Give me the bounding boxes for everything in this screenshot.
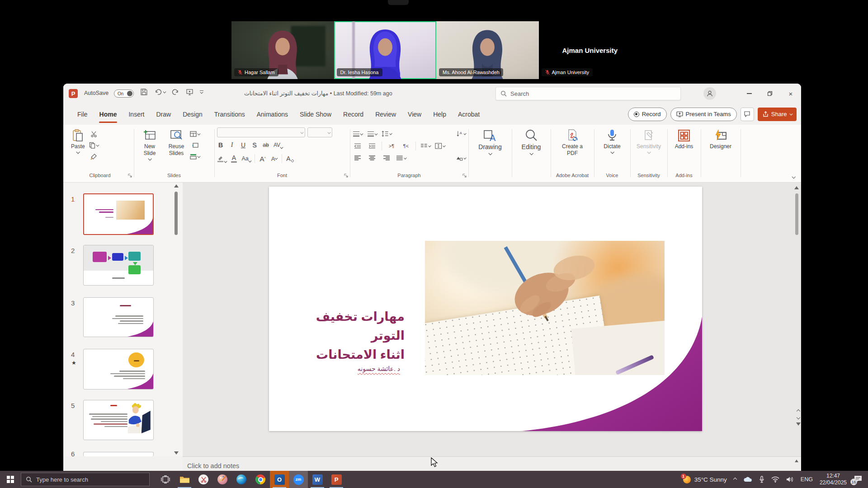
tab-acrobat[interactable]: Acrobat	[452, 103, 486, 125]
reset-slide-button[interactable]	[190, 141, 200, 150]
slide-thumbnail-4[interactable]	[83, 349, 154, 389]
comments-button[interactable]	[741, 108, 754, 121]
restore-button[interactable]	[760, 84, 780, 103]
microphone-tray-icon[interactable]	[759, 476, 764, 483]
account-avatar[interactable]	[703, 87, 716, 100]
tab-transitions[interactable]: Transitions	[208, 103, 251, 125]
video-tile-iesha-active-speaker[interactable]: Dr. Iesha Hasona	[334, 21, 437, 79]
file-explorer-button[interactable]	[175, 471, 194, 488]
slide-canvas[interactable]: مهارات تخفيف التوتر اثناء الامتحانات د .…	[269, 187, 702, 431]
bullets-button[interactable]	[353, 129, 363, 138]
slide-thumbnail-5[interactable]	[83, 400, 154, 440]
speaker-icon[interactable]	[786, 476, 794, 483]
start-slideshow-icon[interactable]	[186, 88, 193, 96]
snipping-tool-button[interactable]	[194, 471, 213, 488]
scrollbar-thumb[interactable]	[795, 193, 798, 235]
undo-button[interactable]	[154, 88, 165, 96]
bold-button[interactable]: B	[217, 141, 224, 149]
section-button[interactable]	[190, 152, 200, 161]
clipboard-dialog-launcher-icon[interactable]	[128, 174, 132, 178]
chrome-button[interactable]	[251, 471, 270, 488]
align-center-button[interactable]	[367, 154, 377, 163]
onedrive-icon[interactable]	[743, 476, 752, 483]
cut-button[interactable]	[89, 129, 99, 138]
next-slide-icon[interactable]	[797, 416, 800, 419]
decrease-font-size-button[interactable]: A	[270, 155, 278, 162]
slide-layout-button[interactable]	[190, 129, 200, 138]
minimize-button[interactable]	[739, 84, 760, 103]
numbering-button[interactable]	[367, 129, 377, 138]
notification-center-button[interactable]: 16	[854, 475, 863, 484]
notes-pane[interactable]: Click to add notes	[183, 456, 801, 471]
tab-home[interactable]: Home	[94, 103, 123, 125]
editor-scrollbar[interactable]	[794, 186, 800, 435]
video-tile-ajman-university[interactable]: Ajman University Ajman University	[539, 21, 642, 79]
tab-insert[interactable]: Insert	[123, 103, 150, 125]
scrollbar-thumb[interactable]	[175, 192, 178, 235]
tab-animations[interactable]: Animations	[251, 103, 294, 125]
editing-button[interactable]: Editing	[519, 127, 543, 156]
tab-help[interactable]: Help	[427, 103, 452, 125]
align-right-button[interactable]	[382, 154, 392, 163]
collapse-ribbon-icon[interactable]	[792, 175, 795, 178]
columns-button[interactable]	[420, 141, 430, 150]
highlight-color-button[interactable]	[217, 155, 226, 162]
start-button[interactable]	[0, 471, 21, 488]
autosave-toggle[interactable]: On	[114, 89, 134, 98]
paint-button[interactable]	[213, 471, 232, 488]
scroll-down-icon[interactable]	[796, 422, 801, 426]
tab-design[interactable]: Design	[177, 103, 208, 125]
customize-quick-access-icon[interactable]	[200, 90, 203, 94]
redo-icon[interactable]	[172, 88, 179, 96]
previous-slide-icon[interactable]	[797, 409, 800, 413]
reuse-slides-button[interactable]: Reuse Slides	[165, 127, 188, 158]
word-button[interactable]: W	[308, 471, 327, 488]
italic-button[interactable]: I	[228, 141, 236, 149]
strikethrough-button[interactable]: ab	[262, 142, 269, 148]
record-button[interactable]: Record	[628, 108, 667, 121]
slide-thumbnail-2[interactable]	[83, 245, 154, 286]
align-left-button[interactable]	[353, 154, 363, 163]
font-color-button[interactable]: A	[231, 155, 238, 163]
tab-view[interactable]: View	[402, 103, 427, 125]
thumbnails-scrollbar[interactable]	[174, 184, 179, 455]
language-indicator[interactable]: ENG	[801, 476, 813, 483]
save-icon[interactable]	[140, 88, 148, 96]
character-spacing-button[interactable]: AV	[274, 142, 283, 148]
video-tile-ahood[interactable]: Ms. Ahood Al-Rawashdeh	[436, 21, 539, 79]
weather-widget[interactable]: 1 35°C Sunny	[683, 476, 727, 483]
taskbar-search[interactable]: Type here to search	[21, 473, 150, 486]
font-name-combo[interactable]	[217, 127, 305, 137]
wifi-icon[interactable]	[771, 476, 779, 483]
format-painter-button[interactable]	[89, 152, 99, 161]
close-button[interactable]: ×	[780, 84, 801, 103]
addins-button[interactable]: Add-ins	[673, 127, 696, 151]
text-shadow-button[interactable]: S	[251, 141, 258, 149]
share-button[interactable]: Share	[758, 108, 797, 121]
align-text-button[interactable]	[435, 141, 445, 150]
task-view-button[interactable]	[156, 471, 175, 488]
slide-thumbnail-3[interactable]	[83, 297, 154, 337]
rtl-paragraph-button[interactable]: ¶<	[401, 141, 411, 150]
search-box[interactable]: Search	[495, 87, 681, 100]
outlook-button[interactable]: O	[270, 471, 289, 488]
zoom-app-button[interactable]: zm	[289, 471, 308, 488]
new-slide-button[interactable]: New Slide	[137, 127, 163, 162]
convert-to-smartart-button[interactable]	[456, 154, 466, 163]
decrease-indent-button[interactable]	[353, 141, 363, 150]
tab-file[interactable]: File	[71, 103, 94, 125]
font-size-combo[interactable]	[307, 127, 332, 137]
clear-formatting-button[interactable]: A	[286, 155, 294, 162]
increase-indent-button[interactable]	[367, 141, 377, 150]
drawing-button[interactable]: A Drawing	[476, 127, 504, 156]
present-in-teams-button[interactable]: Present in Teams	[670, 108, 737, 121]
scroll-down-icon[interactable]	[174, 451, 179, 455]
hidden-icons-chevron[interactable]	[733, 478, 737, 481]
zoom-controls-tab[interactable]	[388, 0, 409, 5]
edge-button[interactable]	[232, 471, 251, 488]
tab-slide-show[interactable]: Slide Show	[294, 103, 337, 125]
clock[interactable]: 12:47 22/04/2025	[820, 473, 847, 486]
justify-button[interactable]	[396, 154, 406, 163]
increase-font-size-button[interactable]: A^	[259, 155, 266, 163]
slide-thumbnail-1[interactable]	[83, 193, 154, 235]
